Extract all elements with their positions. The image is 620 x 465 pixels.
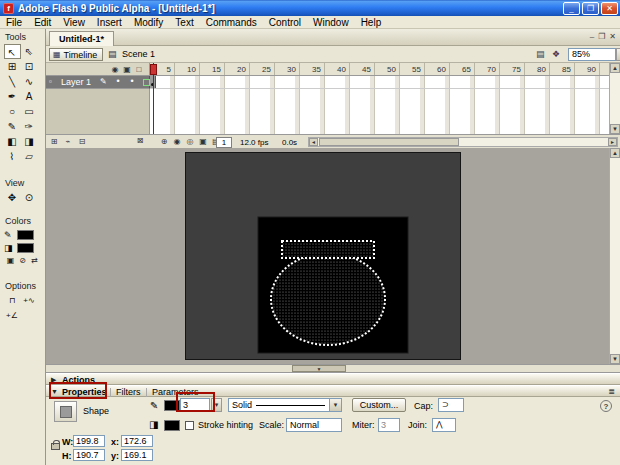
menu-control[interactable]: Control bbox=[263, 16, 307, 29]
pen-tool[interactable]: ✒ bbox=[4, 89, 21, 104]
oval-tool[interactable]: ○ bbox=[4, 104, 21, 119]
timeline-horizontal-scrollbar[interactable]: ◄ ► bbox=[308, 137, 618, 147]
width-field[interactable] bbox=[73, 435, 105, 447]
ruler-frame-35[interactable]: 35 bbox=[300, 63, 325, 76]
stage-canvas[interactable] bbox=[186, 153, 462, 361]
actions-expand-arrow-icon[interactable]: ▶ bbox=[51, 376, 56, 384]
stage-scroll-up-icon[interactable]: ▲ bbox=[610, 148, 620, 158]
center-frame-button[interactable]: ⊕ bbox=[158, 136, 170, 147]
menu-modify[interactable]: Modify bbox=[128, 16, 169, 29]
doc-close-icon[interactable]: ✕ bbox=[609, 32, 616, 42]
ruler-frame-25[interactable]: 25 bbox=[250, 63, 275, 76]
layer-frames[interactable] bbox=[150, 76, 609, 89]
panel-menu-icon[interactable]: ≣ bbox=[608, 387, 615, 396]
show-hide-all-layers-icon[interactable]: ◉ bbox=[109, 64, 121, 75]
scroll-left-arrow-icon[interactable]: ◄ bbox=[309, 138, 318, 146]
restore-button[interactable]: ❐ bbox=[582, 2, 599, 15]
properties-stroke-swatch[interactable] bbox=[164, 400, 180, 411]
stroke-color-swatch[interactable] bbox=[17, 230, 34, 240]
stage-vertical-scrollbar[interactable]: ▲ ▼ bbox=[609, 148, 620, 364]
scroll-down-arrow-icon[interactable]: ▼ bbox=[610, 124, 620, 134]
frames-grid[interactable] bbox=[150, 89, 609, 134]
panel-collapse-grip[interactable]: ▼ bbox=[292, 365, 346, 372]
timeline-scroll-thumb[interactable] bbox=[319, 138, 459, 146]
edit-multiple-frames-button[interactable]: ▣ bbox=[197, 136, 209, 147]
ruler-frame-20[interactable]: 20 bbox=[225, 63, 250, 76]
jar-lid-shape[interactable] bbox=[282, 241, 374, 258]
menu-file[interactable]: File bbox=[0, 16, 28, 29]
free-transform-tool[interactable]: ⊞ bbox=[4, 59, 21, 74]
stroke-hinting-checkbox[interactable] bbox=[185, 421, 194, 430]
ruler-frame-40[interactable]: 40 bbox=[325, 63, 350, 76]
miter-field[interactable] bbox=[378, 418, 400, 432]
smooth-button[interactable]: +∿ bbox=[21, 293, 38, 308]
ruler-frame-60[interactable]: 60 bbox=[425, 63, 450, 76]
frame-rate-field[interactable]: 12.0 fps bbox=[240, 138, 268, 147]
menu-commands[interactable]: Commands bbox=[200, 16, 263, 29]
menu-window[interactable]: Window bbox=[307, 16, 355, 29]
tab-filters[interactable]: Filters bbox=[116, 387, 141, 397]
snap-to-objects-button[interactable]: ⊓ bbox=[4, 293, 21, 308]
ruler-frame-50[interactable]: 50 bbox=[375, 63, 400, 76]
no-color-button[interactable]: ⊘ bbox=[17, 256, 29, 266]
pencil-tool[interactable]: ✎ bbox=[4, 119, 21, 134]
brush-tool[interactable]: ✑ bbox=[21, 119, 38, 134]
pasteboard[interactable]: ▲ ▼ bbox=[46, 148, 620, 364]
jar-body-shape[interactable] bbox=[271, 253, 385, 345]
delete-layer-button[interactable]: ⊠ bbox=[134, 136, 146, 145]
scroll-right-arrow-icon[interactable]: ► bbox=[608, 138, 617, 146]
tab-properties[interactable]: Properties bbox=[62, 387, 107, 397]
ruler-frame-30[interactable]: 30 bbox=[275, 63, 300, 76]
stage-scroll-down-icon[interactable]: ▼ bbox=[610, 354, 620, 364]
eraser-tool[interactable]: ▱ bbox=[21, 149, 38, 164]
current-frame-field[interactable]: 1 bbox=[216, 137, 232, 148]
straighten-button[interactable]: +∠ bbox=[4, 308, 21, 323]
subselection-tool[interactable]: ⇖ bbox=[21, 44, 38, 59]
layer-name-cell[interactable]: ▫ Layer 1 ✎ • • bbox=[46, 76, 150, 89]
menu-view[interactable]: View bbox=[57, 16, 91, 29]
timeline-ruler-numbers[interactable]: 51015202530354045505560657075808590 bbox=[150, 63, 609, 76]
stroke-width-slider-arrow-icon[interactable]: ▾ bbox=[211, 398, 222, 412]
timeline-toggle-button[interactable]: ▦ Timeline bbox=[49, 48, 103, 61]
lasso-tool[interactable]: ∿ bbox=[21, 74, 38, 89]
zoom-level-select[interactable]: 85% ▾ bbox=[568, 48, 616, 61]
ruler-frame-90[interactable]: 90 bbox=[575, 63, 600, 76]
y-field[interactable] bbox=[121, 449, 153, 461]
minimize-button[interactable]: _ bbox=[563, 2, 580, 15]
scroll-up-arrow-icon[interactable]: ▲ bbox=[610, 63, 620, 73]
default-colors-button[interactable]: ▣ bbox=[5, 256, 17, 266]
stroke-width-field[interactable] bbox=[180, 398, 210, 412]
playhead[interactable] bbox=[150, 64, 157, 75]
paint-bucket-tool[interactable]: ◨ bbox=[21, 134, 38, 149]
ruler-frame-65[interactable]: 65 bbox=[450, 63, 475, 76]
layer-row[interactable]: ▫ Layer 1 ✎ • • bbox=[46, 76, 609, 89]
cap-style-select[interactable]: ⊃ bbox=[438, 398, 464, 412]
tab-parameters[interactable]: Parameters bbox=[152, 387, 199, 397]
add-motion-guide-button[interactable]: ⌁ bbox=[62, 136, 74, 147]
ruler-frame-75[interactable]: 75 bbox=[500, 63, 525, 76]
document-tab[interactable]: Untitled-1* bbox=[49, 31, 114, 46]
zoom-tool[interactable]: ⊙ bbox=[21, 190, 38, 205]
properties-collapse-arrow-icon[interactable]: ▼ bbox=[51, 388, 58, 395]
help-icon[interactable]: ? bbox=[600, 400, 612, 412]
x-field[interactable] bbox=[121, 435, 153, 447]
insert-layer-button[interactable]: ⊞ bbox=[48, 136, 60, 147]
menu-insert[interactable]: Insert bbox=[91, 16, 128, 29]
layer-outline-color-swatch[interactable] bbox=[143, 79, 150, 86]
selection-tool[interactable]: ↖ bbox=[4, 44, 21, 59]
zoom-dropdown-arrow-icon[interactable]: ▾ bbox=[616, 48, 620, 61]
show-layers-as-outlines-icon[interactable]: □ bbox=[133, 64, 145, 75]
layer-visibility-dot[interactable]: • bbox=[112, 76, 124, 86]
line-tool[interactable]: ╲ bbox=[4, 74, 21, 89]
ruler-frame-10[interactable]: 10 bbox=[175, 63, 200, 76]
gradient-transform-tool[interactable]: ⊡ bbox=[21, 59, 38, 74]
eyedropper-tool[interactable]: ⌇ bbox=[4, 149, 21, 164]
onion-skin-button[interactable]: ◉ bbox=[171, 136, 183, 147]
stroke-style-select[interactable]: Solid ▾ bbox=[228, 398, 342, 412]
ruler-frame-85[interactable]: 85 bbox=[550, 63, 575, 76]
onion-skin-outlines-button[interactable]: ◎ bbox=[184, 136, 196, 147]
edit-scene-button[interactable]: ▤ bbox=[536, 49, 545, 59]
ruler-frame-55[interactable]: 55 bbox=[400, 63, 425, 76]
layer-lock-dot[interactable]: • bbox=[126, 76, 138, 86]
stroke-style-dropdown-arrow-icon[interactable]: ▾ bbox=[329, 399, 341, 411]
